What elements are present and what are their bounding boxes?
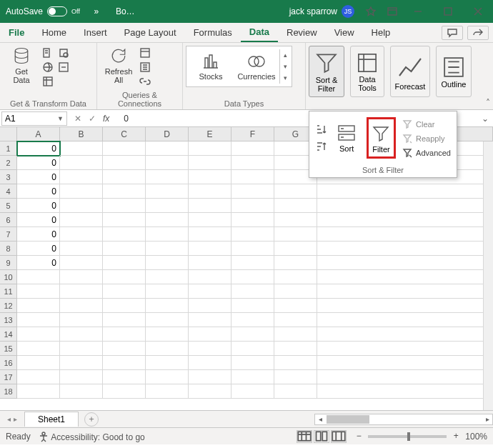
- expand-formula-bar[interactable]: ⌄: [477, 114, 493, 124]
- cell[interactable]: [317, 370, 493, 384]
- minimize-button[interactable]: [403, 0, 433, 23]
- cell[interactable]: [317, 356, 493, 370]
- cell[interactable]: [146, 184, 189, 199]
- cell[interactable]: [146, 356, 189, 370]
- cell[interactable]: [231, 184, 274, 199]
- col-header[interactable]: D: [146, 127, 189, 141]
- cell[interactable]: [231, 156, 274, 170]
- cell[interactable]: [146, 213, 189, 227]
- cell[interactable]: [60, 242, 103, 256]
- cell[interactable]: [317, 199, 493, 213]
- from-text-icon[interactable]: [42, 47, 54, 59]
- cell[interactable]: [60, 184, 103, 199]
- cell[interactable]: [103, 170, 146, 184]
- cell[interactable]: [317, 270, 493, 284]
- maximize-button[interactable]: [433, 0, 463, 23]
- cell[interactable]: [231, 384, 274, 399]
- cell[interactable]: [103, 184, 146, 199]
- cell[interactable]: [103, 242, 146, 256]
- cell[interactable]: [274, 242, 317, 256]
- vertical-scrollbar[interactable]: [483, 141, 493, 410]
- tab-file[interactable]: File: [0, 23, 33, 42]
- outline-button[interactable]: Outline: [436, 46, 472, 97]
- cell[interactable]: [189, 141, 231, 156]
- cell[interactable]: [103, 156, 146, 170]
- cell[interactable]: [103, 256, 146, 270]
- cell[interactable]: [60, 170, 103, 184]
- cell[interactable]: [146, 270, 189, 284]
- cell[interactable]: [17, 299, 60, 313]
- cell[interactable]: [146, 256, 189, 270]
- zoom-slider[interactable]: [368, 435, 447, 438]
- recent-sources-icon[interactable]: [58, 47, 69, 59]
- cell[interactable]: 0: [17, 170, 60, 184]
- qat-overflow[interactable]: »: [86, 0, 107, 23]
- cell[interactable]: [317, 213, 493, 227]
- cell[interactable]: [60, 313, 103, 327]
- name-box[interactable]: A1 ▼: [1, 111, 67, 126]
- cell[interactable]: [274, 384, 317, 399]
- sheet-tab[interactable]: Sheet1: [24, 412, 79, 427]
- from-table-icon[interactable]: [42, 76, 54, 87]
- zoom-level[interactable]: 100%: [465, 432, 487, 442]
- cell[interactable]: [60, 227, 103, 242]
- from-web-icon[interactable]: [42, 61, 54, 73]
- cell[interactable]: [60, 384, 103, 399]
- cell[interactable]: [274, 256, 317, 270]
- cell[interactable]: [60, 342, 103, 356]
- cell[interactable]: [317, 284, 493, 299]
- cell[interactable]: [317, 256, 493, 270]
- cell[interactable]: [274, 313, 317, 327]
- edit-links-icon[interactable]: [139, 76, 151, 87]
- cell[interactable]: [274, 356, 317, 370]
- accessibility-status[interactable]: Accessibility: Good to go: [38, 431, 145, 442]
- cell[interactable]: [231, 170, 274, 184]
- row-header[interactable]: 16: [0, 356, 17, 370]
- cell[interactable]: [103, 313, 146, 327]
- cell[interactable]: 0: [17, 156, 60, 170]
- select-all-corner[interactable]: [0, 127, 17, 141]
- cell[interactable]: [231, 242, 274, 256]
- cell[interactable]: [317, 184, 493, 199]
- tab-view[interactable]: View: [326, 23, 363, 42]
- cell[interactable]: [146, 242, 189, 256]
- row-header[interactable]: 15: [0, 342, 17, 356]
- cell[interactable]: [231, 327, 274, 342]
- row-header[interactable]: 1: [0, 141, 17, 156]
- queries-pane-icon[interactable]: [139, 47, 151, 59]
- cell[interactable]: [189, 242, 231, 256]
- forecast-button[interactable]: Forecast: [390, 46, 430, 97]
- cell[interactable]: [17, 370, 60, 384]
- tab-data[interactable]: Data: [241, 23, 278, 42]
- cell[interactable]: [317, 242, 493, 256]
- cell[interactable]: [231, 270, 274, 284]
- row-header[interactable]: 11: [0, 284, 17, 299]
- cell[interactable]: [231, 370, 274, 384]
- data-tools-button[interactable]: Data Tools: [350, 46, 384, 97]
- cell[interactable]: [274, 327, 317, 342]
- cell[interactable]: [189, 299, 231, 313]
- tab-page-layout[interactable]: Page Layout: [116, 23, 185, 42]
- cell[interactable]: [231, 213, 274, 227]
- cell[interactable]: [17, 284, 60, 299]
- cell[interactable]: [146, 284, 189, 299]
- cell[interactable]: [146, 227, 189, 242]
- filter-button[interactable]: Filter: [367, 117, 396, 159]
- cell[interactable]: [103, 384, 146, 399]
- cell[interactable]: [189, 170, 231, 184]
- cell[interactable]: [317, 342, 493, 356]
- sort-desc-icon[interactable]: [315, 141, 327, 152]
- cell[interactable]: [189, 227, 231, 242]
- row-header[interactable]: 10: [0, 270, 17, 284]
- cell[interactable]: [60, 270, 103, 284]
- row-header[interactable]: 9: [0, 256, 17, 270]
- advanced-filter-button[interactable]: Advanced: [402, 147, 451, 159]
- comments-button[interactable]: [442, 26, 463, 40]
- cell[interactable]: [231, 256, 274, 270]
- col-header[interactable]: A: [17, 127, 60, 141]
- cell[interactable]: [17, 384, 60, 399]
- cell[interactable]: [317, 313, 493, 327]
- cell[interactable]: [60, 299, 103, 313]
- tab-insert[interactable]: Insert: [75, 23, 116, 42]
- cell[interactable]: 0: [17, 242, 60, 256]
